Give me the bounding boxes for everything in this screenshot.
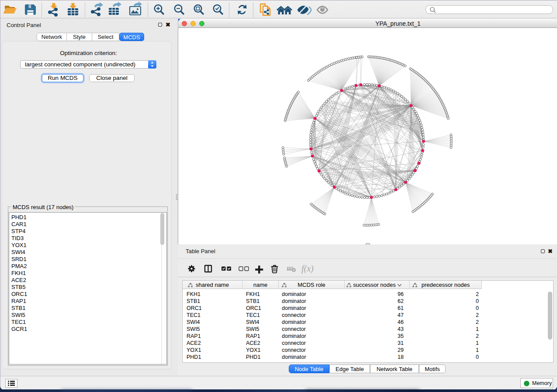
svg-text:f(x): f(x) <box>301 264 314 274</box>
